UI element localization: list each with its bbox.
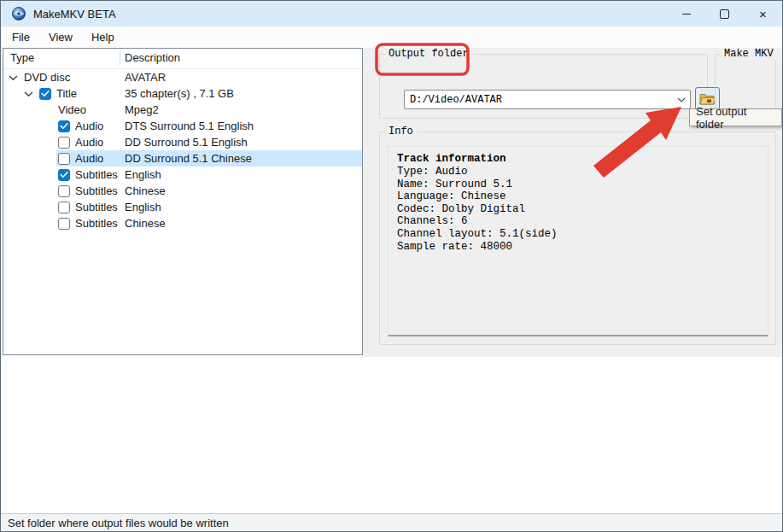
close-button[interactable]: × [744, 1, 782, 26]
track-info-line: Language: Chinese [397, 190, 759, 203]
tree-item-type: Audio [75, 136, 103, 149]
tree-row[interactable]: Audio DTS Surround 5.1 English [3, 118, 362, 134]
tree-row[interactable]: Title 35 chapter(s) , 7.1 GB [3, 85, 362, 102]
status-text: Set folder where output files would be w… [8, 517, 229, 529]
tooltip: Set output folder [689, 108, 782, 126]
chevron-down-icon[interactable] [24, 89, 39, 99]
chevron-down-icon[interactable] [673, 97, 690, 102]
output-path-combobox[interactable]: D:/Video/AVATAR [404, 90, 691, 109]
maximize-icon [720, 9, 729, 19]
tree-item-description: Mpeg2 [125, 103, 159, 116]
maximize-button[interactable] [705, 1, 744, 26]
column-header-description: Description [125, 51, 180, 64]
checkbox[interactable] [58, 202, 70, 213]
checkbox[interactable] [58, 153, 70, 165]
column-separator[interactable] [120, 51, 120, 66]
tree-item-description: 35 chapter(s) , 7.1 GB [125, 87, 234, 100]
tree-item-type: Subtitles [75, 201, 118, 213]
checkbox[interactable] [58, 169, 70, 181]
menu-item-help[interactable]: Help [82, 28, 124, 46]
checkbox[interactable] [58, 218, 70, 230]
makemkv-logo-icon [12, 7, 26, 20]
minimize-icon [682, 14, 691, 15]
tree-row[interactable]: Subtitles English [3, 199, 362, 215]
makemkv-window: MakeMKV BETA × FileViewHelp Type Descrip… [0, 0, 783, 532]
output-folder-label: Output folder [385, 48, 472, 60]
track-tree-panel: Type Description DVD disc AVATAR Title 3… [3, 48, 363, 355]
status-bar: Set folder where output files would be w… [1, 513, 782, 531]
tree-header: Type Description [3, 49, 362, 69]
make-mkv-label: Make MKV [721, 48, 777, 60]
checkbox[interactable] [58, 137, 70, 149]
checkbox[interactable] [39, 88, 51, 100]
column-header-type: Type [10, 51, 34, 64]
menu-item-view[interactable]: View [39, 28, 82, 46]
track-info-line: Sample rate: 48000 [397, 241, 759, 254]
tree-item-type: Subtitles [75, 217, 118, 230]
track-info-heading: Track information [397, 153, 759, 165]
tree-item-description: DD Surround 5.1 Chinese [125, 152, 252, 165]
track-info-line: Channel layout: 5.1(side) [397, 228, 759, 241]
tree-row[interactable]: Audio DD Surround 5.1 Chinese [3, 150, 362, 167]
track-info-line: Codec: Dolby Digital [397, 203, 759, 216]
tree-item-description: Chinese [125, 184, 166, 197]
tree-item-type: Video [58, 103, 86, 116]
output-folder-group: Output folder D:/Video/AVATAR [379, 54, 708, 119]
window-controls: × [667, 1, 782, 26]
tree-row[interactable]: Audio DD Surround 5.1 English [3, 134, 362, 150]
track-info-line: Type: Audio [397, 166, 759, 178]
track-info-area: Track information Type: AudioName: Surro… [388, 146, 768, 336]
window-title: MakeMKV BETA [33, 8, 116, 20]
close-icon: × [759, 8, 767, 20]
tree-row[interactable]: DVD disc AVATAR [3, 69, 362, 85]
tree-item-type: DVD disc [24, 71, 70, 84]
tree-item-type: Subtitles [75, 168, 118, 181]
tree-item-type: Subtitles [75, 184, 118, 197]
info-group: Info Track information Type: AudioName: … [379, 132, 776, 345]
tree-item-description: DTS Surround 5.1 English [125, 120, 254, 132]
tree-item-description: English [125, 201, 161, 213]
title-bar: MakeMKV BETA × [1, 1, 782, 26]
tree-item-description: Chinese [125, 217, 166, 230]
settings-panel: Output folder D:/Video/AVATAR Make MKV [363, 48, 782, 357]
output-path-value: D:/Video/AVATAR [405, 94, 673, 106]
track-info-line: Channels: 6 [397, 215, 759, 228]
track-info-lines: Type: AudioName: Surround 5.1Language: C… [397, 166, 759, 253]
tree-item-description: DD Surround 5.1 English [125, 136, 248, 149]
minimize-button[interactable] [667, 1, 705, 26]
track-info-line: Name: Surround 5.1 [397, 178, 759, 191]
checkbox[interactable] [58, 185, 70, 197]
checkbox[interactable] [58, 120, 70, 132]
chevron-down-icon[interactable] [9, 73, 24, 83]
tooltip-text: Set output folder [696, 105, 775, 131]
tree-item-type: Audio [75, 120, 103, 132]
tree-row[interactable]: Subtitles English [3, 167, 362, 183]
tree-item-description: AVATAR [125, 71, 166, 84]
tree-item-description: English [125, 168, 161, 181]
log-area [1, 357, 782, 513]
info-label: Info [385, 126, 417, 137]
tree-row[interactable]: Subtitles Chinese [3, 215, 362, 231]
tree-row[interactable]: Subtitles Chinese [3, 183, 362, 199]
menu-bar: FileViewHelp [1, 26, 782, 48]
tree-item-type: Title [56, 87, 77, 100]
tree-item-type: Audio [75, 152, 103, 165]
tree-rows: DVD disc AVATAR Title 35 chapter(s) , 7.… [3, 69, 362, 354]
menu-item-file[interactable]: File [3, 28, 39, 46]
tree-row[interactable]: Video Mpeg2 [3, 102, 362, 118]
